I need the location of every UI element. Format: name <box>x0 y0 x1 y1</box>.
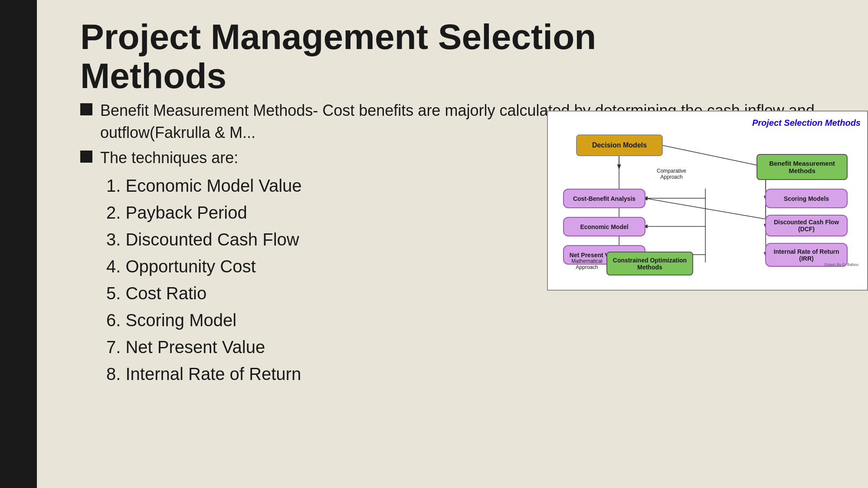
slide-title: Project Management Selection Methods <box>80 17 842 95</box>
mathematical-approach-label: Mathematical Approach <box>567 258 606 270</box>
scoring-models-box: Scoring Models <box>765 189 848 208</box>
economic-model-box: Economic Model <box>563 217 645 236</box>
diagram-container: Project Selection Methods <box>547 111 868 291</box>
bullet-text-2: The techniques are: <box>100 147 238 169</box>
svg-line-3 <box>645 198 766 219</box>
benefit-measurement-label: Benefit Measurement Methods <box>757 160 847 174</box>
bullet-square-1 <box>80 103 92 115</box>
diagram-inner: Decision Models Benefit Measurement Meth… <box>554 132 861 280</box>
scoring-models-label: Scoring Models <box>784 195 829 202</box>
left-sidebar-bar <box>0 0 37 488</box>
list-item-8: 8. Internal Rate of Return <box>106 361 842 387</box>
irr-label: Internal Rate of Return (IRR) <box>766 248 847 262</box>
list-item-7: 7. Net Present Value <box>106 334 842 360</box>
dcf-box: Discounted Cash Flow (DCF) <box>765 215 848 236</box>
comparative-approach-label: Comparative Approach <box>654 168 689 180</box>
economic-model-label: Economic Model <box>580 223 628 230</box>
constrained-optimization-box: Constrained Optimization Methods <box>606 252 693 275</box>
title-line2: Methods <box>80 56 226 95</box>
drawn-by-label: Drawn By E. Babou <box>824 262 858 267</box>
benefit-measurement-box: Benefit Measurement Methods <box>757 154 848 180</box>
cost-benefit-box: Cost-Benefit Analysis <box>563 189 645 208</box>
svg-line-1 <box>662 145 766 167</box>
bullet-square-2 <box>80 151 92 163</box>
list-item-6: 6. Scoring Model <box>106 307 842 333</box>
title-line1: Project Management Selection <box>80 17 596 56</box>
dcf-label: Discounted Cash Flow (DCF) <box>766 219 847 233</box>
diagram-title: Project Selection Methods <box>554 118 861 128</box>
constrained-label: Constrained Optimization Methods <box>607 257 692 271</box>
decision-models-label: Decision Models <box>592 141 647 149</box>
decision-models-box: Decision Models <box>576 134 663 156</box>
main-content-area: Project Management Selection Methods Ben… <box>37 0 868 488</box>
cost-benefit-label: Cost-Benefit Analysis <box>573 195 635 202</box>
